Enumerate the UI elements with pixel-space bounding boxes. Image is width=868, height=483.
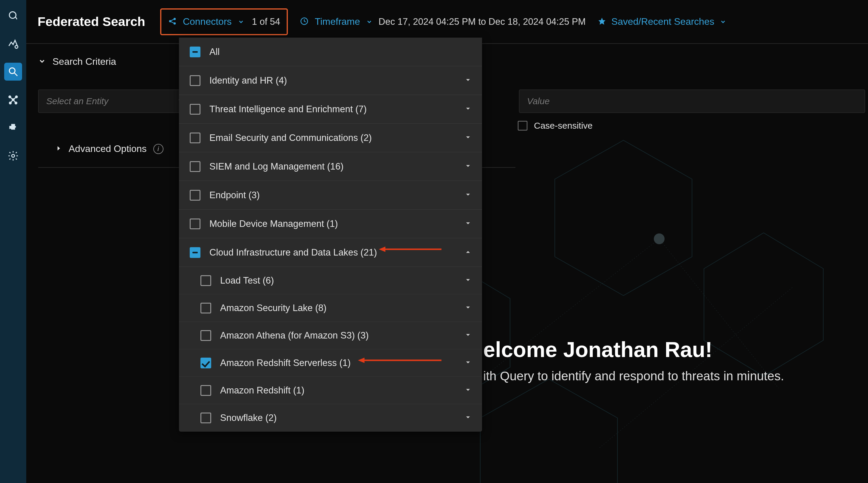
connectors-dropdown-trigger[interactable]: Connectors 1 of 54 [160, 8, 288, 35]
connector-child-item[interactable]: Load Test (6) [179, 267, 482, 294]
annotation-arrow-icon [379, 245, 444, 255]
caret-down-icon [465, 163, 471, 170]
svg-line-11 [14, 73, 18, 76]
nav-logo-icon[interactable] [4, 6, 22, 25]
svg-point-7 [654, 233, 664, 244]
connector-child-item[interactable]: Amazon Athena (for Amazon S3) (3) [179, 322, 482, 349]
checkbox-icon [200, 275, 211, 286]
case-sensitive-checkbox[interactable]: Case-sensitive [518, 121, 593, 131]
search-criteria-label: Search Criteria [53, 56, 116, 67]
caret-down-icon [465, 105, 471, 113]
connector-item-label: Identity and HR (4) [209, 75, 465, 86]
welcome-message: elcome Jonathan Rau! ith Query to identi… [483, 337, 784, 383]
connector-item-label: Endpoint (3) [209, 190, 465, 201]
chevron-down-icon [366, 19, 373, 25]
connector-group-item[interactable]: Endpoint (3) [179, 181, 482, 209]
checkbox-icon [190, 190, 200, 201]
entity-placeholder: Select an Entity [46, 96, 108, 106]
svg-line-17 [10, 97, 13, 100]
checkbox-indeterminate-icon [190, 47, 200, 57]
welcome-title: elcome Jonathan Rau! [483, 337, 784, 362]
connectors-dropdown-panel: All Identity and HR (4) Threat Intellige… [179, 38, 482, 432]
connector-item-label: All [209, 47, 471, 57]
caret-down-icon [465, 77, 471, 84]
checkbox-icon [200, 385, 211, 396]
caret-down-icon [465, 277, 471, 284]
nav-graph-icon[interactable] [4, 91, 22, 109]
caret-down-icon [465, 220, 471, 228]
value-placeholder: Value [527, 96, 550, 106]
svg-marker-40 [466, 362, 470, 363]
connector-item-label: Load Test (6) [220, 275, 465, 286]
connector-group-item[interactable]: Email Security and Communications (2) [179, 123, 482, 152]
connector-all-item[interactable]: All [179, 38, 482, 66]
nav-analytics-icon[interactable] [4, 35, 22, 53]
chevron-down-icon [238, 19, 244, 25]
svg-marker-33 [466, 165, 470, 167]
svg-line-20 [13, 100, 16, 103]
connector-item-label: Amazon Security Lake (8) [220, 303, 465, 313]
advanced-options-label: Advanced Options [69, 143, 147, 154]
value-input[interactable]: Value [519, 90, 865, 113]
checkbox-icon [200, 303, 211, 313]
connector-item-label: Email Security and Communications (2) [209, 133, 465, 143]
connector-item-label: Amazon Athena (for Amazon S3) (3) [220, 330, 465, 341]
caret-down-icon [465, 304, 471, 312]
connector-group-item[interactable]: Mobile Device Management (1) [179, 209, 482, 238]
checkbox-indeterminate-icon [190, 247, 200, 258]
svg-marker-29 [58, 146, 60, 150]
connectors-count: 1 of 54 [252, 17, 280, 27]
connector-child-item[interactable]: Amazon Redshift (1) [179, 377, 482, 404]
saved-searches-trigger[interactable]: Saved/Recent Searches [598, 16, 726, 27]
connector-child-item[interactable]: Snowflake (2) [179, 404, 482, 432]
clock-icon [300, 17, 309, 27]
checkbox-icon [190, 75, 200, 86]
checkbox-icon [200, 330, 211, 341]
connector-item-label: Mobile Device Management (1) [209, 219, 465, 229]
connector-item-label: Amazon Redshift (1) [220, 385, 465, 396]
checkbox-icon [518, 121, 527, 131]
caret-down-icon [465, 134, 471, 142]
nav-settings-icon[interactable] [4, 147, 22, 165]
svg-marker-36 [466, 251, 470, 253]
svg-marker-46 [358, 358, 365, 363]
search-criteria-toggle[interactable]: Search Criteria [38, 56, 116, 67]
svg-marker-1 [555, 140, 692, 295]
connector-child-item[interactable]: Amazon Security Lake (8) [179, 294, 482, 322]
caret-down-icon [465, 387, 471, 394]
connector-group-item[interactable]: Threat Intelligence and Enrichment (7) [179, 95, 482, 123]
connector-group-item[interactable]: Identity and HR (4) [179, 66, 482, 95]
svg-point-22 [169, 20, 172, 22]
svg-marker-32 [466, 136, 470, 138]
svg-marker-39 [466, 334, 470, 336]
timeframe-label: Timeframe [315, 16, 360, 27]
star-icon [598, 17, 606, 27]
svg-marker-34 [466, 194, 470, 196]
connector-item-label: SIEM and Log Management (16) [209, 161, 465, 172]
checkbox-icon [190, 133, 200, 143]
checkbox-checked-icon [200, 358, 211, 368]
svg-marker-41 [466, 389, 470, 391]
entity-select[interactable]: Select an Entity [38, 90, 193, 113]
nav-puzzle-icon[interactable] [4, 119, 22, 137]
caret-up-icon [465, 249, 471, 256]
timeframe-dropdown-trigger[interactable]: Timeframe Dec 17, 2024 04:25 PM to Dec 1… [300, 16, 586, 27]
svg-marker-35 [466, 222, 470, 224]
chevron-down-icon [38, 57, 46, 66]
svg-marker-38 [466, 307, 470, 308]
case-sensitive-label: Case-sensitive [534, 121, 593, 131]
advanced-options-toggle[interactable]: Advanced Options i [56, 143, 163, 154]
svg-point-23 [174, 18, 176, 20]
caret-down-icon [465, 332, 471, 339]
svg-line-19 [10, 100, 13, 103]
caret-down-icon [465, 414, 471, 422]
connectors-label: Connectors [183, 16, 232, 27]
connector-group-item[interactable]: SIEM and Log Management (16) [179, 152, 482, 181]
welcome-subtitle: ith Query to identify and respond to thr… [483, 369, 784, 383]
caret-down-icon [465, 359, 471, 367]
connector-item-label: Threat Intelligence and Enrichment (7) [209, 104, 465, 115]
svg-marker-37 [466, 279, 470, 281]
svg-point-21 [12, 154, 14, 157]
svg-marker-42 [466, 417, 470, 418]
nav-search-icon[interactable] [4, 63, 22, 81]
